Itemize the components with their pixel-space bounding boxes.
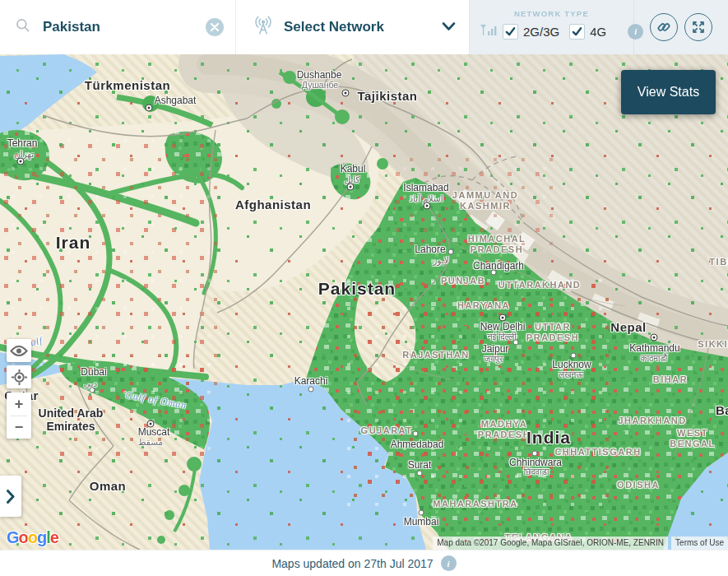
google-logo-letter: g	[37, 528, 46, 546]
network-type-options: 2G/3G 4G i	[480, 23, 643, 39]
info-icon[interactable]: i	[441, 555, 457, 571]
google-logo-letter: e	[50, 528, 58, 546]
expand-panel-button[interactable]	[0, 476, 21, 517]
coverage-map-canvas[interactable]	[0, 54, 728, 550]
header-actions	[633, 0, 728, 54]
search-icon	[15, 17, 31, 37]
network-dropdown[interactable]: Select Network	[236, 0, 469, 54]
network-type-section: NETWORK TYPE 2G/3G 4G i	[469, 0, 633, 54]
toolbar: Select Network NETWORK TYPE 2G/3G	[0, 0, 728, 54]
locate-icon	[11, 369, 28, 386]
network-type-label: NETWORK TYPE	[514, 9, 589, 18]
zoom-control: + −	[7, 393, 31, 439]
attribution-text: Map data ©2017 Google, Mapa GISrael, ORI…	[433, 537, 668, 550]
checkbox-4g-label: 4G	[590, 25, 606, 39]
zoom-out-button[interactable]: −	[7, 416, 31, 439]
my-location-button[interactable]	[7, 365, 31, 388]
search-input[interactable]	[41, 18, 206, 36]
info-icon[interactable]: i	[628, 24, 643, 39]
map-attribution: Map data ©2017 Google, Mapa GISrael, ORI…	[433, 537, 728, 550]
fullscreen-button[interactable]	[684, 13, 712, 41]
checkbox-2g3g-label: 2G/3G	[523, 25, 559, 39]
checkbox-4g[interactable]	[569, 24, 585, 39]
network-dropdown-label: Select Network	[284, 19, 442, 35]
toggle-overlay-button[interactable]	[7, 339, 31, 362]
google-logo-letter: o	[19, 528, 28, 546]
google-logo-letter: G	[7, 528, 19, 546]
search-section	[0, 0, 236, 54]
map-viewport: TürkmenistanAshgabatDushanbeДушанбеTajik…	[0, 54, 728, 550]
zoom-in-button[interactable]: +	[7, 393, 31, 416]
google-logo[interactable]: Google	[7, 528, 58, 547]
chevron-right-icon	[7, 490, 15, 504]
close-icon[interactable]	[206, 18, 224, 36]
view-stats-button[interactable]: View Stats	[621, 70, 716, 114]
eye-icon	[10, 345, 28, 357]
terms-of-use-link[interactable]: Terms of Use	[671, 537, 728, 550]
maps-updated-text: Maps updated on 27th Jul 2017	[271, 557, 433, 570]
chevron-down-icon	[442, 20, 456, 35]
checkbox-2g3g[interactable]	[503, 24, 518, 39]
fullscreen-icon	[690, 19, 707, 35]
coverage-map-app: Select Network NETWORK TYPE 2G/3G	[0, 0, 728, 576]
share-link-button[interactable]	[650, 13, 678, 41]
google-logo-letter: o	[28, 528, 37, 546]
link-icon	[656, 19, 672, 35]
signal-bars-icon	[480, 23, 498, 39]
status-bar: Maps updated on 27th Jul 2017 i	[0, 550, 728, 576]
antenna-icon	[253, 15, 274, 39]
